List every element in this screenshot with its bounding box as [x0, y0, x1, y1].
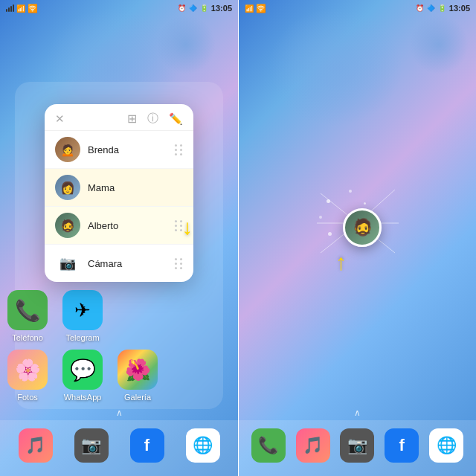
avatar-alberto: 🧔: [55, 213, 80, 238]
wifi-icon: 🛜: [28, 4, 38, 13]
right-nav-chevron: ∧: [354, 408, 361, 418]
galeria-icon: 🌺: [118, 350, 158, 390]
bluetooth-icon: 🔷: [189, 4, 197, 12]
right-battery-icon: 🔋: [438, 4, 446, 12]
right-alarm-icon: ⏰: [416, 4, 424, 12]
context-menu: ✕ ⊞ ⓘ ✏️ 🙍 Brenda 👩 Mama: [45, 104, 193, 282]
edit-icon[interactable]: ✏️: [169, 112, 183, 126]
dock-chrome[interactable]: 🌐: [186, 428, 220, 463]
dock-facebook[interactable]: f: [130, 428, 164, 463]
telefono-label: Teléfono: [12, 333, 43, 342]
right-status-left: 📶 🛜: [245, 4, 266, 13]
grid-icon[interactable]: ⊞: [127, 112, 137, 126]
right-phone-screen: 📶 🛜 ⏰ 🔷 🔋 13:05 🧔 ↓ ∧ 📞 🎵 📷: [238, 0, 476, 476]
time-label: 13:05: [211, 4, 232, 13]
arrow-indicator-right: ↓: [335, 253, 347, 278]
menu-item-alberto[interactable]: 🧔 Alberto: [45, 207, 193, 245]
camera-label: Cámara: [88, 258, 167, 269]
right-dock-phone[interactable]: 📞: [251, 428, 286, 463]
menu-item-camera[interactable]: 📷 Cámara: [45, 245, 193, 282]
contact-name-brenda: Brenda: [88, 144, 167, 155]
dock-music[interactable]: 🎵: [19, 428, 53, 463]
avatar-brenda: 🙍: [55, 137, 80, 162]
menu-item-brenda[interactable]: 🙍 Brenda: [45, 131, 193, 169]
app-fotos[interactable]: 🌸 Fotos: [7, 350, 48, 402]
right-status-right: ⏰ 🔷 🔋 13:05: [416, 4, 470, 13]
app-galeria[interactable]: 🌺 Galería: [118, 350, 158, 402]
telegram-icon: ✈: [62, 290, 103, 330]
telefono-icon: 📞: [7, 290, 48, 330]
menu-item-mama[interactable]: 👩 Mama: [45, 169, 193, 207]
bubble-avatar: 🧔: [343, 208, 382, 247]
home-apps-left: 📞 Teléfono ✈ Telegram 🌸 Fotos 💬 WhatsApp…: [7, 290, 158, 402]
drag-handle-camera: [175, 258, 183, 269]
left-status-bar: 📶 🛜 ⏰ 🔷 🔋 13:05: [0, 0, 238, 16]
fotos-icon: 🌸: [7, 350, 48, 390]
info-icon[interactable]: ⓘ: [147, 112, 158, 126]
drag-handle-brenda: [175, 144, 183, 155]
left-phone-screen: 📶 🛜 ⏰ 🔷 🔋 13:05 ✕ ⊞ ⓘ ✏️ 🙍 Brenda: [0, 0, 238, 476]
close-icon[interactable]: ✕: [55, 112, 65, 126]
whatsapp-icon: 💬: [62, 350, 103, 390]
contact-bubble[interactable]: 🧔: [343, 208, 382, 247]
avatar-mama: 👩: [55, 175, 80, 200]
right-dock-facebook[interactable]: f: [385, 428, 419, 463]
menu-header-actions: ⊞ ⓘ ✏️: [127, 112, 183, 126]
alarm-icon: ⏰: [178, 4, 186, 12]
right-time-label: 13:05: [449, 4, 470, 13]
status-left: 📶 🛜: [6, 4, 38, 13]
home-apps-row-2: 🌸 Fotos 💬 WhatsApp 🌺 Galería: [7, 350, 158, 402]
telegram-label: Telegram: [65, 333, 99, 342]
whatsapp-label: WhatsApp: [64, 393, 102, 402]
battery-icon: 🔋: [200, 4, 208, 12]
galeria-label: Galería: [124, 393, 151, 402]
right-status-bar: 📶 🛜 ⏰ 🔷 🔋 13:05: [239, 0, 476, 16]
signal-icon: [6, 4, 14, 12]
right-nav-bar: ∧: [239, 405, 476, 420]
app-telefono[interactable]: 📞 Teléfono: [7, 290, 48, 342]
right-bluetooth-icon: 🔷: [427, 4, 435, 12]
signal-label: 📶: [16, 4, 25, 13]
menu-header: ✕ ⊞ ⓘ ✏️: [45, 104, 193, 131]
right-signal-icon: 📶: [245, 4, 254, 13]
camera-icon: 📷: [55, 251, 80, 276]
home-apps-row-1: 📞 Teléfono ✈ Telegram: [7, 290, 158, 342]
app-whatsapp[interactable]: 💬 WhatsApp: [62, 350, 103, 402]
right-dock-chrome[interactable]: 🌐: [429, 428, 463, 463]
dock-camera[interactable]: 📷: [74, 428, 109, 463]
right-dock: 📞 🎵 📷 f 🌐: [239, 420, 476, 476]
fotos-label: Fotos: [17, 393, 38, 402]
right-dock-camera[interactable]: 📷: [340, 428, 374, 463]
right-dock-music[interactable]: 🎵: [296, 428, 330, 463]
contact-name-mama: Mama: [88, 182, 183, 193]
contact-name-alberto: Alberto: [88, 220, 167, 231]
status-right: ⏰ 🔷 🔋 13:05: [178, 4, 232, 13]
app-telegram[interactable]: ✈ Telegram: [62, 290, 103, 342]
nav-chevron: ∧: [116, 408, 123, 418]
right-wifi-icon: 🛜: [256, 4, 266, 13]
left-dock: 🎵 📷 f 🌐: [0, 420, 238, 476]
arrow-indicator-left: ↓: [182, 216, 193, 239]
